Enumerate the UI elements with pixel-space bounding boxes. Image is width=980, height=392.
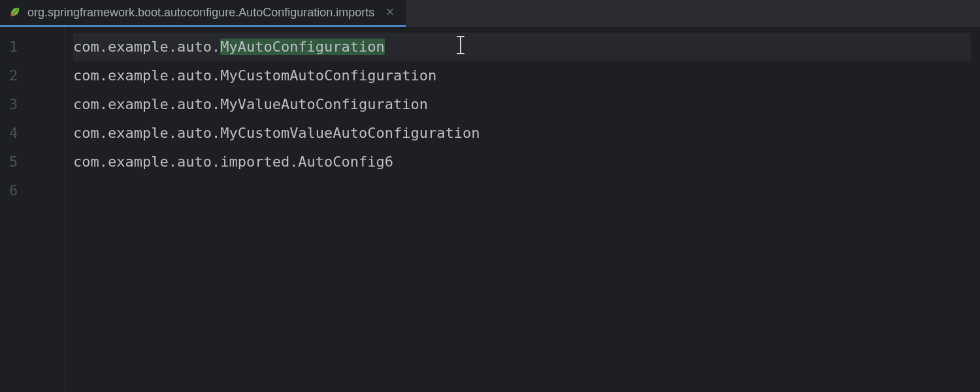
code-text: com.example.auto.MyCustomValueAutoConfig…: [73, 125, 480, 141]
code-line[interactable]: com.example.auto.MyCustomAutoConfigurati…: [73, 61, 980, 90]
code-line[interactable]: com.example.auto.MyCustomValueAutoConfig…: [73, 119, 980, 148]
word-highlight: MyAutoConfiguration: [220, 39, 385, 55]
code-line[interactable]: com.example.auto.MyValueAutoConfiguratio…: [73, 90, 980, 119]
close-icon[interactable]: [384, 5, 397, 20]
line-number: 3: [0, 90, 65, 119]
svg-point-0: [11, 14, 14, 16]
spring-leaf-icon: [9, 7, 21, 18]
scrollbar[interactable]: [971, 27, 980, 392]
line-number: 2: [0, 61, 65, 90]
code-text: com.example.auto.imported.AutoConfig6: [73, 154, 393, 170]
tab-bar: org.springframework.boot.autoconfigure.A…: [0, 0, 980, 27]
editor: 123456 com.example.auto.MyAutoConfigurat…: [0, 27, 980, 392]
tab-label: org.springframework.boot.autoconfigure.A…: [27, 6, 374, 20]
line-number: 4: [0, 119, 65, 148]
line-number: 5: [0, 148, 65, 176]
code-line[interactable]: com.example.auto.MyAutoConfiguration: [73, 33, 980, 61]
code-line[interactable]: [73, 176, 980, 205]
line-number: 1: [0, 33, 65, 61]
code-line[interactable]: com.example.auto.imported.AutoConfig6: [73, 148, 980, 176]
code-text: com.example.auto.MyValueAutoConfiguratio…: [73, 96, 428, 112]
code-text: com.example.auto.MyCustomAutoConfigurati…: [73, 67, 436, 84]
gutter: 123456: [0, 27, 65, 392]
line-number: 6: [0, 176, 65, 205]
code-text: com.example.auto.MyAutoConfiguration: [73, 39, 385, 55]
editor-tab[interactable]: org.springframework.boot.autoconfigure.A…: [0, 0, 406, 27]
code-area[interactable]: com.example.auto.MyAutoConfigurationcom.…: [65, 27, 980, 392]
